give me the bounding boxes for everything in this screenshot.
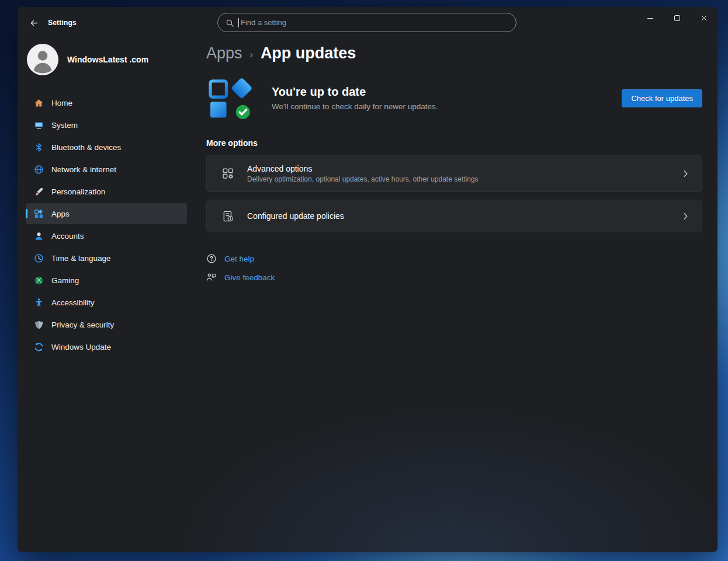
time-language-icon [34,253,44,263]
app-title: Settings [48,19,77,27]
desktop: { "titlebar": { "app_title": "Settings",… [0,0,728,561]
sidebar-item-bluetooth-devices[interactable]: Bluetooth & devices [26,137,187,158]
configured-update-policies-card[interactable]: Configured update policies [206,200,702,232]
sidebar-item-label: Privacy & security [51,320,114,329]
windows-update-icon [34,342,44,352]
main-content: Apps › App updates You're up to date We'… [206,40,702,283]
sidebar-item-windows-update[interactable]: Windows Update [26,336,187,357]
update-policies-icon [222,210,234,222]
apps-icon [34,209,44,219]
page-title: App updates [261,44,356,62]
advanced-options-icon [222,168,234,180]
breadcrumb-parent[interactable]: Apps [206,44,242,62]
breadcrumb: Apps › App updates [206,44,702,62]
back-button[interactable] [25,15,43,31]
sidebar-item-label: System [51,121,78,130]
sidebar-item-label: Bluetooth & devices [51,143,121,152]
update-status-hero: You're up to date We'll continue to chec… [206,73,702,123]
sidebar-item-network-internet[interactable]: Network & internet [26,159,187,180]
sidebar: WindowsLatest .com Home System Bluetooth… [18,40,193,552]
user-profile[interactable]: WindowsLatest .com [18,40,193,77]
get-help-icon [206,253,217,264]
options-card-list: Advanced options Delivery optimization, … [206,155,702,232]
search-box[interactable] [217,13,516,32]
sidebar-item-apps[interactable]: Apps [26,203,187,224]
close-button[interactable] [691,7,717,29]
link-label: Give feedback [224,273,275,282]
card-subtitle: Delivery optimization, optional updates,… [247,175,479,183]
more-options-heading: More options [206,138,702,148]
sidebar-item-label: Time & language [51,254,111,263]
minimize-icon [647,18,653,19]
accounts-icon [34,231,44,241]
chevron-right-icon [681,169,690,178]
sidebar-item-personalization[interactable]: Personalization [26,181,187,202]
sidebar-item-label: Accessibility [51,298,95,307]
status-title: You're up to date [272,85,438,99]
card-title: Advanced options [247,164,479,173]
chevron-right-icon: › [250,47,253,60]
sidebar-item-label: Network & internet [51,165,116,174]
sidebar-item-label: Gaming [51,276,79,285]
minimize-button[interactable] [637,7,664,29]
avatar [26,43,59,76]
privacy-shield-icon [34,320,44,330]
personalization-icon [34,187,44,197]
bluetooth-icon [34,142,44,152]
sidebar-item-label: Windows Update [51,343,111,351]
back-arrow-icon [30,19,39,27]
apps-update-ok-icon [206,73,260,123]
user-name: WindowsLatest .com [67,55,148,64]
link-label: Get help [224,255,254,263]
sidebar-item-time-language[interactable]: Time & language [26,248,187,269]
home-icon [34,98,44,108]
accessibility-icon [34,298,44,308]
maximize-button[interactable] [664,7,691,29]
advanced-options-card[interactable]: Advanced options Delivery optimization, … [206,155,702,192]
status-subtitle: We'll continue to check daily for newer … [272,102,438,111]
sidebar-item-label: Home [51,99,72,107]
give-feedback-link[interactable]: Give feedback [206,272,275,283]
sidebar-item-accounts[interactable]: Accounts [26,225,187,246]
sidebar-nav: Home System Bluetooth & devices Network … [18,92,193,357]
sidebar-item-label: Accounts [51,232,84,241]
card-title: Configured update policies [247,211,344,221]
check-for-updates-button[interactable]: Check for updates [622,89,702,107]
chevron-right-icon [681,212,690,221]
window-controls [637,7,717,29]
text-cursor [238,18,239,27]
sidebar-item-system[interactable]: System [26,114,187,135]
titlebar: Settings [18,7,717,40]
sidebar-item-privacy-security[interactable]: Privacy & security [26,314,187,335]
sidebar-item-accessibility[interactable]: Accessibility [26,292,187,313]
search-input[interactable] [241,13,509,32]
help-links: Get help Give feedback [206,253,702,283]
settings-window: Settings WindowsLatest .com Home [18,7,717,552]
maximize-icon [674,15,680,21]
sidebar-item-gaming[interactable]: Gaming [26,270,187,291]
sidebar-item-label: Personalization [51,187,105,196]
give-feedback-icon [206,272,217,283]
update-status-text: You're up to date We'll continue to chec… [272,85,438,111]
sidebar-item-home[interactable]: Home [26,92,187,113]
system-icon [34,120,44,130]
gaming-icon [34,276,44,285]
close-icon [700,14,708,22]
sidebar-item-label: Apps [51,210,70,218]
card-text: Configured update policies [247,211,344,221]
card-text: Advanced options Delivery optimization, … [247,164,479,183]
search-icon [226,19,234,27]
network-icon [34,165,44,175]
get-help-link[interactable]: Get help [206,253,254,264]
